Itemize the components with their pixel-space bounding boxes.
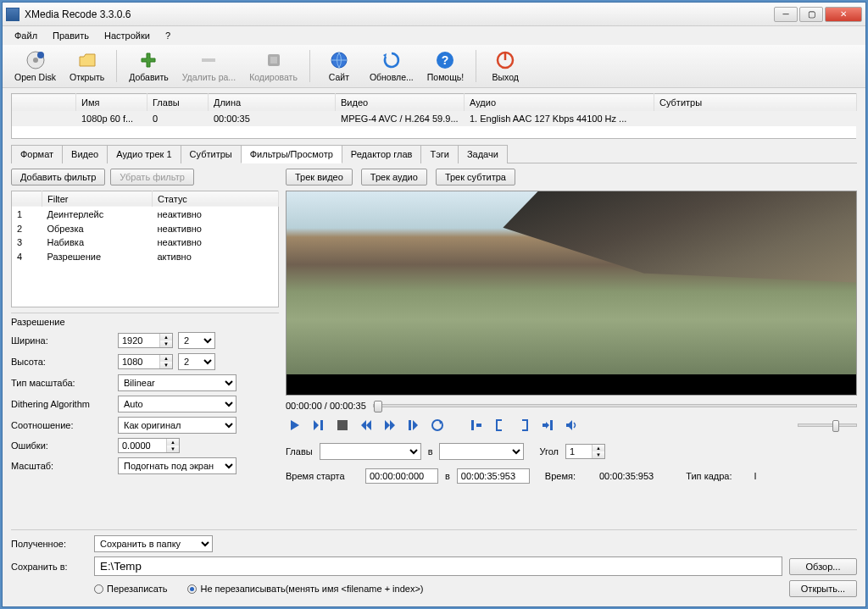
play-button[interactable] <box>286 416 304 435</box>
zoom-label: Масштаб: <box>11 461 113 471</box>
site-button[interactable]: Сайт <box>317 48 361 84</box>
volume-slider[interactable] <box>798 424 857 427</box>
svg-text:?: ? <box>442 53 449 67</box>
tab-video[interactable]: Видео <box>62 145 108 163</box>
sub-track-button[interactable]: Трек субтитра <box>436 169 515 185</box>
seek-slider[interactable] <box>373 404 857 407</box>
maximize-button[interactable]: ▢ <box>799 7 823 22</box>
height-step[interactable]: 2 <box>178 353 215 370</box>
time-display: 00:00:00 / 00:00:35 <box>286 401 366 411</box>
chapters-label: Главы <box>286 446 313 457</box>
menu-help[interactable]: ? <box>159 28 177 43</box>
loop-button[interactable] <box>428 416 447 435</box>
exit-button[interactable]: Выход <box>483 48 527 84</box>
minimize-button[interactable]: ─ <box>774 7 798 22</box>
dither-select[interactable]: Auto <box>118 396 236 412</box>
start-time-input[interactable] <box>365 468 438 484</box>
mark-out-button[interactable] <box>538 416 557 435</box>
received-select[interactable]: Сохранить в папку <box>94 535 213 552</box>
svg-rect-5 <box>270 57 277 64</box>
add-button[interactable]: Добавить <box>124 48 173 84</box>
table-row[interactable]: 1Деинтерлейснеактивно <box>12 207 279 221</box>
open-output-button[interactable]: Открыть... <box>789 580 857 597</box>
refresh-icon <box>381 50 402 70</box>
tab-chapters[interactable]: Редактор глав <box>342 145 422 163</box>
chapter-to-select[interactable] <box>439 443 524 460</box>
rewind-button[interactable] <box>357 416 376 435</box>
ratio-select[interactable]: Как оригинал <box>118 417 236 434</box>
preview-pane <box>286 191 857 396</box>
savein-input[interactable] <box>94 556 782 576</box>
disc-icon <box>25 50 46 70</box>
received-label: Полученное: <box>11 539 87 549</box>
tab-audio[interactable]: Аудио трек 1 <box>107 145 181 163</box>
time-label: Время: <box>545 471 576 481</box>
remove-filter-button: Убрать фильтр <box>110 169 194 185</box>
menubar: Файл Править Настройки ? <box>3 26 865 45</box>
height-input[interactable]: ▲▼ <box>118 354 173 369</box>
bracket-close-button[interactable] <box>515 416 533 435</box>
ratio-label: Соотношение: <box>11 420 113 430</box>
mark-in-button[interactable] <box>467 416 486 435</box>
frametype-value: I <box>754 471 757 481</box>
error-label: Ошибки: <box>11 440 113 451</box>
width-step[interactable]: 2 <box>178 332 215 349</box>
add-filter-button[interactable]: Добавить фильтр <box>11 169 105 185</box>
scale-label: Тип масштаба: <box>11 378 113 388</box>
bottom-panel: Полученное: Сохранить в папку Сохранить … <box>11 529 857 601</box>
browse-button[interactable]: Обзор... <box>789 558 857 575</box>
titlebar: XMedia Recode 3.3.0.6 ─ ▢ ✕ <box>3 3 865 26</box>
table-row[interactable]: 3Набивканеактивно <box>12 235 279 250</box>
menu-file[interactable]: Файл <box>8 28 44 43</box>
folder-icon <box>77 50 97 70</box>
minus-icon <box>198 50 219 70</box>
end-time-input[interactable] <box>457 468 530 484</box>
tab-tasks[interactable]: Задачи <box>458 145 508 163</box>
close-button[interactable]: ✕ <box>825 7 862 22</box>
tab-format[interactable]: Формат <box>11 145 63 163</box>
volume-button[interactable] <box>562 416 581 435</box>
scale-select[interactable]: Bilinear <box>118 374 236 391</box>
help-button[interactable]: ? Помощь! <box>422 48 469 84</box>
start-label: Время старта <box>286 471 359 481</box>
opendisk-button[interactable]: Open Disk <box>9 48 61 84</box>
overwrite-radio[interactable]: Перезаписать <box>94 584 167 594</box>
next-button[interactable] <box>309 416 328 435</box>
nooverwrite-radio[interactable]: Не перезаписывать(менять имя <filename +… <box>187 584 423 594</box>
tab-tags[interactable]: Тэги <box>420 145 459 163</box>
table-row[interactable]: 1080p 60 f... 0 00:00:35 MPEG-4 AVC / H.… <box>12 111 857 126</box>
encode-button: Кодировать <box>244 48 303 84</box>
svg-rect-12 <box>337 420 348 430</box>
help-icon: ? <box>435 50 455 70</box>
angle-input[interactable]: ▲▼ <box>565 444 605 459</box>
height-label: Высота: <box>11 357 46 367</box>
table-row[interactable]: 2Обрезканеактивно <box>12 221 279 235</box>
svg-rect-3 <box>202 58 215 62</box>
filter-table[interactable]: Filter Статус 1Деинтерлейснеактивно2Обре… <box>11 191 279 307</box>
stop-button[interactable] <box>333 416 352 435</box>
angle-label: Угол <box>539 446 559 457</box>
bracket-open-button[interactable] <box>491 416 509 435</box>
zoom-select[interactable]: Подогнать под экран <box>118 457 236 474</box>
preview-image <box>287 191 856 374</box>
video-track-button[interactable]: Трек видео <box>286 169 353 185</box>
open-button[interactable]: Открыть <box>64 48 109 84</box>
forward-button[interactable] <box>381 416 399 435</box>
error-input[interactable]: ▲▼ <box>118 438 180 453</box>
svg-point-1 <box>33 58 38 63</box>
chapter-from-select[interactable] <box>320 443 421 460</box>
app-icon <box>6 8 19 21</box>
audio-track-button[interactable]: Трек аудио <box>361 169 427 185</box>
step-button[interactable] <box>404 416 423 435</box>
tab-subs[interactable]: Субтитры <box>181 145 242 163</box>
table-row[interactable]: 4Разрешениеактивно <box>12 250 279 264</box>
plus-icon <box>138 50 159 70</box>
update-button[interactable]: Обновле... <box>364 48 419 84</box>
width-input[interactable]: ▲▼ <box>118 333 173 348</box>
menu-edit[interactable]: Править <box>46 28 96 43</box>
file-table[interactable]: Имя Главы Длина Видео Аудио Субтитры 108… <box>11 93 857 139</box>
time-value: 00:00:35:953 <box>599 471 654 481</box>
menu-settings[interactable]: Настройки <box>97 28 157 43</box>
window-title: XMedia Recode 3.3.0.6 <box>25 8 774 20</box>
tab-filters[interactable]: Фильтры/Просмотр <box>241 145 342 163</box>
